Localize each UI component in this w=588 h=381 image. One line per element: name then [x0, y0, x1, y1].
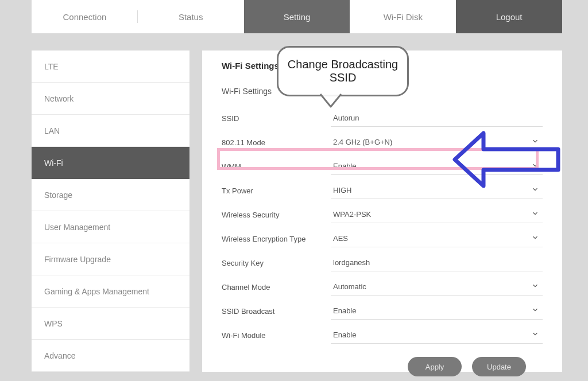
row-wireless-security: Wireless Security WPA2-PSK: [222, 203, 543, 227]
mode-select[interactable]: 2.4 GHz (B+G+N): [331, 134, 543, 151]
sidebar-item-gaming[interactable]: Gaming & Apps Management: [32, 275, 189, 308]
ssid-input[interactable]: Autorun: [331, 110, 543, 127]
row-tx-power: Tx Power HIGH: [222, 178, 543, 203]
ssid-broadcast-select[interactable]: Enable: [331, 302, 543, 320]
chevron-down-icon: [531, 234, 539, 243]
encryption-select[interactable]: AES: [331, 230, 543, 247]
field-value: Automatic: [333, 282, 366, 291]
wmm-select[interactable]: Enable: [331, 158, 543, 175]
field-label: Wireless Encryption Type: [222, 235, 331, 243]
field-value: Enable: [333, 162, 356, 170]
field-value: HIGH: [333, 186, 352, 195]
field-label: SSID: [222, 114, 331, 123]
field-value: WPA2-PSK: [333, 210, 371, 219]
tab-setting[interactable]: Setting: [244, 0, 350, 33]
tab-status[interactable]: Status: [138, 0, 244, 33]
sidebar-item-network[interactable]: Network: [32, 83, 189, 115]
channel-select[interactable]: Automatic: [331, 278, 543, 296]
sidebar-item-storage[interactable]: Storage: [32, 179, 189, 211]
top-nav: Connection Status Setting Wi-Fi Disk Log…: [32, 0, 562, 33]
tab-label: Setting: [284, 12, 311, 22]
chevron-down-icon: [531, 137, 539, 147]
txpower-select[interactable]: HIGH: [331, 182, 543, 199]
field-value: Enable: [333, 306, 356, 315]
sidebar-item-wps[interactable]: WPS: [32, 308, 189, 340]
field-value: AES: [333, 234, 348, 243]
row-ssid: SSID Autorun: [222, 106, 543, 130]
security-key-input[interactable]: lordganesh: [331, 254, 543, 271]
update-button[interactable]: Update: [472, 357, 526, 376]
sidebar-item-label: Storage: [44, 190, 72, 200]
button-label: Apply: [425, 363, 444, 371]
chevron-down-icon: [531, 161, 539, 171]
wifi-module-select[interactable]: Enable: [331, 326, 543, 344]
tab-connection[interactable]: Connection: [32, 0, 138, 33]
field-label: WMM: [222, 162, 331, 171]
apply-button[interactable]: Apply: [408, 357, 462, 376]
sidebar-item-label: Firmware Upgrade: [44, 255, 111, 264]
field-label: Tx Power: [222, 186, 331, 195]
sidebar-item-label: LAN: [44, 126, 60, 135]
sidebar-item-label: Wi-Fi: [44, 158, 63, 168]
sidebar-item-label: Gaming & Apps Management: [44, 287, 149, 296]
field-value: Enable: [333, 331, 356, 339]
field-label: Wireless Security: [222, 211, 331, 219]
tab-label: Status: [179, 12, 203, 22]
row-wmm: WMM Enable: [222, 154, 543, 178]
row-80211-mode: 802.11 Mode 2.4 GHz (B+G+N): [222, 130, 543, 154]
chevron-down-icon: [531, 282, 539, 291]
chevron-down-icon: [531, 330, 539, 340]
sidebar-item-advance[interactable]: Advance: [32, 340, 189, 372]
field-value: lordganesh: [333, 258, 370, 267]
field-value: 2.4 GHz (B+G+N): [333, 138, 392, 146]
sidebar-item-firmware[interactable]: Firmware Upgrade: [32, 243, 189, 275]
sidebar-item-label: LTE: [44, 62, 59, 71]
button-label: Update: [487, 363, 511, 371]
tab-label: Logout: [496, 12, 523, 22]
sidebar: LTE Network LAN Wi-Fi Storage User Manag…: [32, 50, 189, 372]
sidebar-item-lan[interactable]: LAN: [32, 115, 189, 147]
tab-label: Connection: [63, 12, 106, 22]
field-label: Wi-Fi Module: [222, 331, 331, 340]
row-ssid-broadcast: SSID Broadcast Enable: [222, 299, 543, 323]
field-label: Security Key: [222, 259, 331, 267]
row-encryption-type: Wireless Encryption Type AES: [222, 227, 543, 251]
chevron-down-icon: [531, 306, 539, 316]
chevron-down-icon: [531, 209, 539, 219]
tab-logout[interactable]: Logout: [456, 0, 562, 33]
button-bar: Apply Update: [408, 357, 526, 376]
tab-label: Wi-Fi Disk: [384, 12, 423, 22]
sidebar-item-label: Advance: [44, 351, 75, 360]
security-select[interactable]: WPA2-PSK: [331, 206, 543, 223]
sidebar-item-wifi[interactable]: Wi-Fi: [32, 147, 189, 179]
sidebar-item-lte[interactable]: LTE: [32, 50, 189, 83]
row-security-key: Security Key lordganesh: [222, 251, 543, 275]
field-value: Autorun: [333, 114, 359, 122]
sidebar-item-user-mgmt[interactable]: User Management: [32, 211, 189, 243]
main-panel: Wi-Fi Settings Wi-Fi Settings SSID Autor…: [202, 50, 562, 372]
row-channel-mode: Channel Mode Automatic: [222, 275, 543, 299]
sidebar-item-label: Network: [44, 94, 74, 103]
section-title: Wi-Fi Settings: [222, 87, 543, 96]
field-label: SSID Broadcast: [222, 307, 331, 316]
field-label: Channel Mode: [222, 283, 331, 291]
chevron-down-icon: [531, 185, 539, 195]
sidebar-item-label: WPS: [44, 319, 63, 328]
tab-wifi-disk[interactable]: Wi-Fi Disk: [350, 0, 456, 33]
sidebar-item-label: User Management: [44, 223, 110, 232]
page-title: Wi-Fi Settings: [222, 61, 543, 71]
field-label: 802.11 Mode: [222, 138, 331, 147]
row-wifi-module: Wi-Fi Module Enable: [222, 323, 543, 347]
